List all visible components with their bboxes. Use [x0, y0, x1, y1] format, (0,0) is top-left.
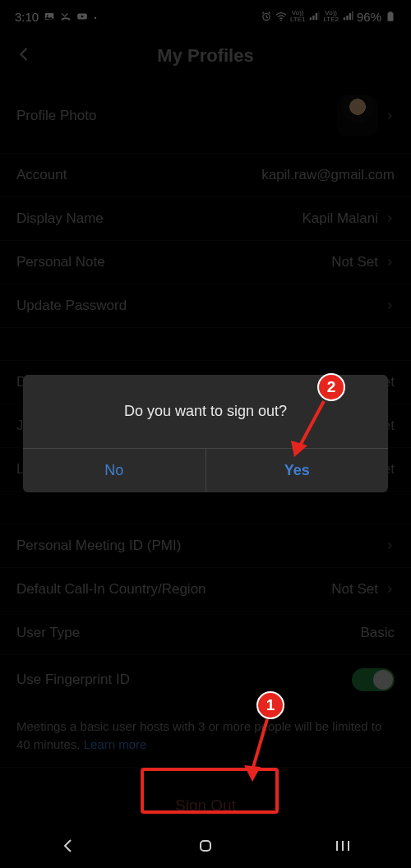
- svg-rect-11: [201, 841, 210, 851]
- nav-back-button[interactable]: [58, 836, 78, 859]
- system-navbar: [0, 827, 411, 868]
- nav-recent-button[interactable]: [333, 836, 353, 859]
- nav-home-button[interactable]: [196, 836, 215, 859]
- dialog-yes-button[interactable]: Yes: [206, 449, 389, 492]
- dialog-no-button[interactable]: No: [23, 449, 206, 492]
- dialog-message: Do you want to sign out?: [23, 375, 388, 448]
- signout-dialog: Do you want to sign out? No Yes: [23, 375, 388, 492]
